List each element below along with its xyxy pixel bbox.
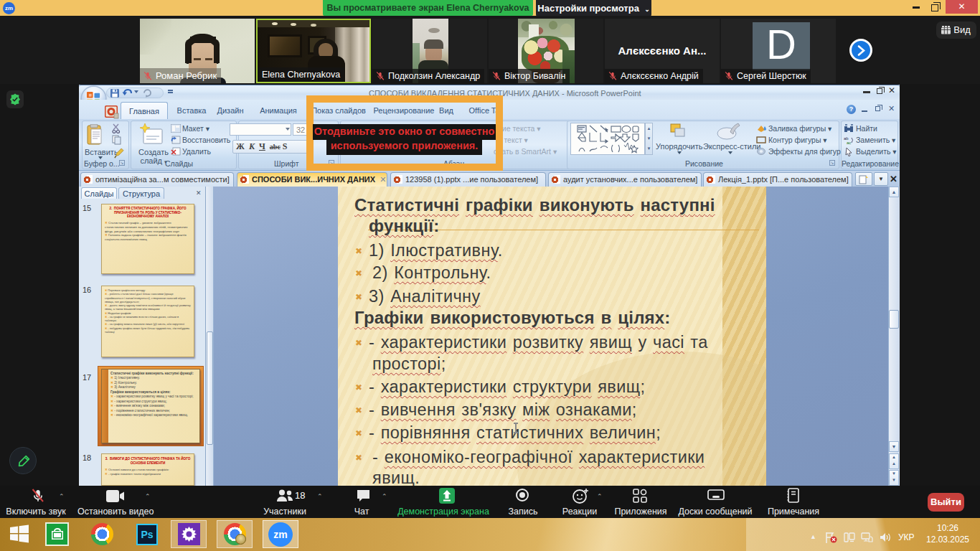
svg-text:ac: ac [847,141,851,145]
